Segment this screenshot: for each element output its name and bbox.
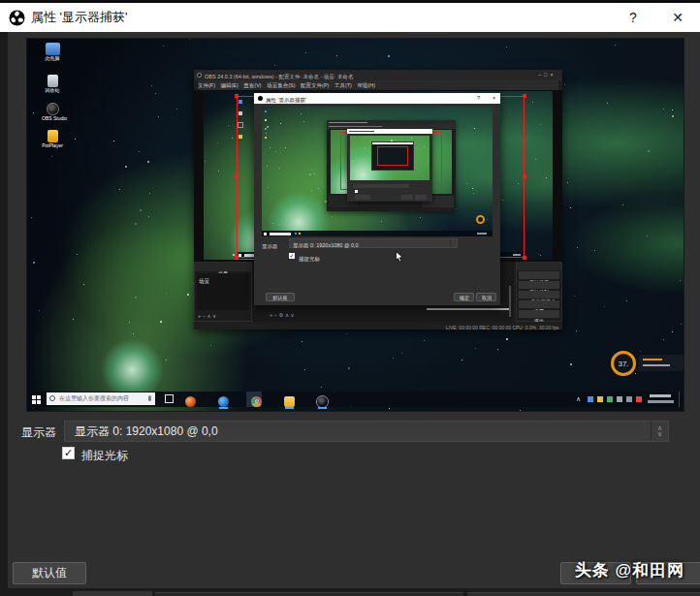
search-placeholder: 在这里输入你要搜索的内容 [59,394,129,402]
controls-dock: 控件 开始推流 开始录制 工作室模式 设置 退出 [516,262,562,322]
tray-icon [617,396,622,402]
tray-icon [626,396,632,402]
desktop-icon-recycle-bin: 回收站 [31,75,74,101]
captured-obs-statusbar: LIVE: 00:00:00 REC: 00:00:00 CPU: 0.0%, … [194,322,562,329]
captured-dialog-title: 属性 '显示器捕获' [266,96,306,104]
show-desktop-divider [679,392,680,407]
firefox-icon [185,396,196,407]
nested-dialog-l3 [347,129,432,202]
start-streaming-button: 开始推流 [519,271,559,279]
obs-studio-icon [47,103,59,115]
tray-icon [636,396,642,402]
folder-icon [284,396,295,407]
captured-close: × [493,95,495,101]
capture-cursor-checkbox[interactable]: ✓ [62,447,75,459]
widget-bar [643,364,670,366]
exit-button: 退出 [519,310,559,318]
captured-cancel-button: 取消 [476,293,496,301]
watermark: 头条 @和田网 [575,559,684,581]
tray-icon [607,396,613,402]
desktop-icon-label: 此电脑 [42,55,63,62]
scenes-list: 场景 [197,273,249,310]
captured-ok-button: 确定 [454,293,474,301]
captured-dialog-titlebar: 属性 '显示器捕获' ? × [254,93,500,104]
desktop-icon-label: 回收站 [42,87,63,94]
desktop-icon-player: PotPlayer [31,130,74,153]
start-button-icon [32,395,41,404]
status-text: LIVE: 00:00:00 REC: 00:00:00 CPU: 0.0%, … [445,326,558,331]
temperature-value: 37. [618,360,628,368]
nested-widget-l2 [476,215,485,224]
sources-toolbar: + − ⚙ ∧ ∨ [270,312,295,318]
captured-capture-cursor-checkbox: ✓ [289,253,295,259]
tray-icon [588,396,593,402]
captured-display-label: 显示器 [262,242,278,250]
desktop-icon-this-pc: 此电脑 [31,43,74,69]
chevron-down-icon: ∨ [657,431,662,437]
obs-logo-icon [9,10,25,26]
obs-logo-icon [258,96,263,101]
mixer-scrollbar [509,286,511,317]
captured-obs-title: OBS 24.0.3 (64-bit, windows) - 配置文件: 未命名… [205,73,353,80]
background-window-left-edge [0,32,8,596]
mixer-volume-slider [427,308,509,310]
this-pc-icon [46,43,60,55]
mouse-cursor [396,251,404,263]
scenes-dock-header: 场景 [195,263,251,271]
cortana-ring-icon [49,395,55,401]
recycle-bin-icon [48,75,58,87]
start-recording-button: 开始录制 [519,281,559,289]
captured-capture-cursor-label: 捕捉光标 [299,255,320,263]
controls-dock-header: 控件 [517,263,561,270]
checkmark-icon: ✓ [64,447,73,459]
properties-dialog: 属性 '显示器捕获' ? ✕ 此电脑 回收站 OBS Studio PotPla… [0,0,700,596]
dialog-title: 属性 '显示器捕获' [31,9,128,26]
captured-display-select: 显示器 0: 1920x1080 @ 0,0 [289,238,458,248]
desktop-icon-label: PotPlayer [42,142,63,148]
capture-cursor-label: 捕捉光标 [81,448,128,464]
captured-defaults-button: 默认值 [266,293,295,301]
defaults-button[interactable]: 默认值 [13,562,86,584]
task-view-icon [165,394,174,403]
display-select[interactable]: 显示器 0: 1920x1080 @ 0,0 ∧ ∨ [64,421,669,442]
edge-icon [218,396,229,407]
help-button[interactable]: ? [617,3,650,32]
display-select-spinner[interactable]: ∧ ∨ [651,422,668,441]
scene-item: 场景 [199,277,209,285]
captured-dialog-preview [262,107,493,236]
captured-obs-titlebar: OBS 24.0.3 (64-bit, windows) - 配置文件: 未命名… [194,70,562,80]
temperature-widget: 37. [611,351,636,376]
tray-expand-icon: ∧ [576,395,581,403]
obs-taskbar-active-bg [246,392,262,407]
captured-help: ? [477,95,480,101]
desktop-icon-obs: OBS Studio [31,103,74,126]
display-label: 显示器 [21,424,56,441]
obs-taskbar-icon [317,396,328,407]
close-button[interactable]: ✕ [661,3,694,32]
nested-taskbar-l2 [262,231,493,236]
captured-obs-menubar: 文件(F)编辑(E)查看(V)场景集合(S)配置文件(P)工具(T)帮助(H) [198,80,558,90]
settings-button: 设置 [519,300,559,308]
scenes-dock: 场景 场景 + − ∧ ∨ [194,262,252,322]
taskbar-search-box: 在这里输入你要搜索的内容 [47,392,155,405]
scenes-toolbar: + − ∧ ∨ [198,313,216,319]
tray-clock-date [648,400,674,403]
media-player-icon [48,130,58,142]
display-selected-value: 显示器 0: 1920x1080 @ 0,0 [75,423,218,440]
obs-logo-icon [197,73,202,78]
capture-preview: 此电脑 回收站 OBS Studio PotPlayer 37. OBS 2 [27,39,684,411]
mic-icon [148,395,151,401]
captured-properties-dialog: 属性 '显示器捕获' ? × [254,93,500,305]
widget-bar [643,359,662,361]
widget-panel [639,355,684,371]
background-window-bottom-edge [0,588,700,596]
desktop-icon-label: OBS Studio [42,115,63,121]
tray-icon [597,396,603,402]
captured-taskbar: 在这里输入你要搜索的内容 ∧ [27,392,684,407]
studio-mode-button: 工作室模式 [519,291,559,298]
dialog-titlebar: 属性 '显示器捕获' ? ✕ [0,3,700,32]
tray-clock-time [650,394,671,397]
